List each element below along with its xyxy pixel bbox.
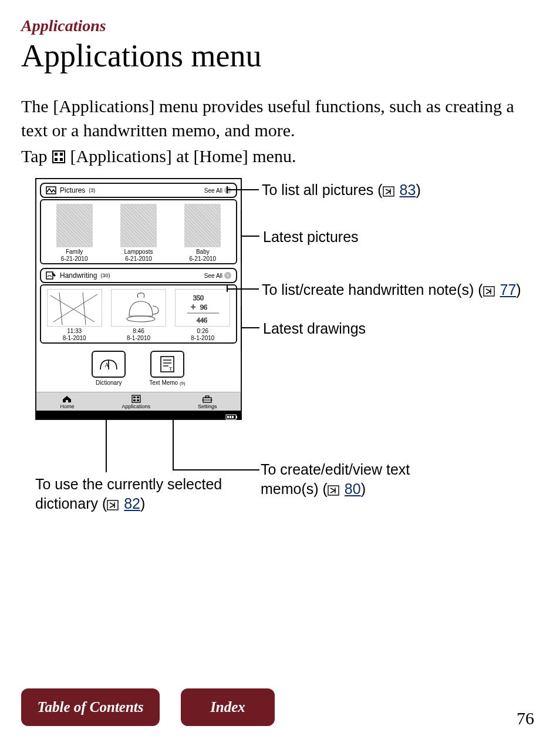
- leader-tick: [241, 306, 242, 351]
- handwriting-label: Handwriting: [60, 271, 97, 280]
- seeall-label: See All: [204, 187, 222, 194]
- svg-rect-35: [230, 416, 231, 418]
- leader-line: [227, 189, 259, 190]
- footer-settings[interactable]: Settings: [198, 395, 217, 409]
- footer-settings-label: Settings: [198, 404, 217, 409]
- footer-home[interactable]: Home: [60, 395, 74, 409]
- svg-rect-28: [137, 399, 139, 401]
- svg-rect-36: [232, 416, 234, 418]
- home-icon: [62, 395, 72, 403]
- settings-icon: [201, 395, 213, 403]
- device-footer: Home Applications Settings: [36, 392, 241, 411]
- page-title: Applications menu: [21, 38, 539, 74]
- leader-line: [227, 288, 259, 290]
- index-button[interactable]: Index: [181, 688, 275, 726]
- app-tiles-row: A Dictionary T Text Memo (9): [36, 347, 241, 392]
- tap-pre: Tap: [21, 146, 52, 166]
- page-link-77[interactable]: 77: [500, 281, 517, 298]
- svg-text:T: T: [169, 366, 173, 372]
- thumb-date: 8-1-2010: [108, 335, 169, 341]
- drawing-thumb-3[interactable]: 35096+446 0:26 8-1-2010: [172, 289, 233, 341]
- thumb-label: 0:26: [172, 328, 233, 335]
- thumb-label: 11:33: [44, 328, 105, 335]
- pictures-count: (3): [89, 187, 95, 193]
- svg-text:A: A: [104, 361, 109, 368]
- handwriting-icon: [46, 271, 56, 280]
- page-link-80[interactable]: 80: [345, 480, 361, 497]
- svg-rect-25: [133, 396, 136, 398]
- svg-line-9: [59, 293, 62, 325]
- callout-latest-pictures: Latest pictures: [263, 227, 359, 247]
- drawing-thumb-1[interactable]: 11:33 8-1-2010: [44, 289, 105, 341]
- svg-rect-4: [60, 158, 63, 161]
- leader-tick: [166, 415, 181, 416]
- page-number: 76: [517, 708, 534, 728]
- chevron-right-icon: ›: [224, 187, 231, 194]
- footer-home-label: Home: [60, 404, 74, 409]
- callout-latest-drawings: Latest drawings: [263, 319, 366, 338]
- callout-handwriting-all: To list/create handwritten note(s) ( 77): [262, 280, 521, 301]
- page-ref-icon: [107, 496, 119, 515]
- footer-applications[interactable]: Applications: [122, 395, 150, 409]
- leader-tick: [99, 415, 114, 416]
- dictionary-tile[interactable]: A Dictionary: [92, 351, 126, 386]
- textmemo-tile[interactable]: T Text Memo (9): [149, 351, 185, 386]
- picture-thumb-family[interactable]: Family 6-21-2010: [44, 204, 105, 262]
- picture-thumb-lampposts[interactable]: Lampposts 6-21-2010: [108, 204, 169, 262]
- handwriting-thumbs[interactable]: 11:33 8-1-2010 8:46 8-1-2010 35096+446 0…: [40, 284, 237, 344]
- diagram: Pictures (3) See All › Family 6-21-2010 …: [21, 178, 539, 519]
- page-link-83[interactable]: 83: [400, 182, 416, 198]
- svg-rect-27: [133, 399, 136, 401]
- leader-tick: [227, 186, 228, 193]
- pictures-thumbs[interactable]: Family 6-21-2010 Lampposts 6-21-2010 Bab…: [40, 199, 237, 264]
- thumb-date: 6-21-2010: [44, 256, 105, 262]
- leader-tick: [241, 210, 242, 263]
- pictures-icon: [46, 186, 56, 194]
- textmemo-icon: T: [150, 351, 184, 378]
- leader-line: [241, 327, 259, 328]
- svg-rect-43: [328, 486, 339, 495]
- svg-rect-34: [227, 416, 229, 418]
- svg-line-10: [83, 293, 86, 325]
- dictionary-icon: A: [92, 351, 126, 378]
- chevron-right-icon: ›: [224, 272, 231, 279]
- svg-rect-30: [205, 396, 209, 398]
- svg-rect-37: [383, 187, 394, 196]
- page-link-82[interactable]: 82: [124, 495, 140, 512]
- footer-applications-label: Applications: [122, 404, 150, 409]
- thumb-date: 6-21-2010: [172, 256, 233, 262]
- device-statusbar: [36, 411, 241, 419]
- handwriting-header[interactable]: Handwriting (30) See All ›: [40, 268, 237, 283]
- leader-tick: [227, 285, 228, 292]
- leader-line: [173, 415, 174, 470]
- picture-thumb-baby[interactable]: Baby 6-21-2010: [172, 204, 233, 262]
- handwriting-count: (30): [100, 273, 110, 278]
- seeall-label: See All: [204, 273, 222, 279]
- svg-text:446: 446: [197, 316, 207, 324]
- toc-button[interactable]: Table of Contents: [21, 688, 160, 726]
- applications-icon: [52, 146, 66, 170]
- page-ref-icon: [328, 481, 339, 500]
- svg-rect-33: [236, 416, 237, 418]
- thumb-label: Lampposts: [108, 248, 169, 256]
- handwriting-seeall[interactable]: See All ›: [204, 272, 231, 279]
- leader-line: [241, 236, 259, 237]
- leader-line: [106, 415, 107, 472]
- thumb-date: 8-1-2010: [172, 335, 233, 341]
- page-ref-icon: [383, 182, 394, 201]
- svg-text:96: 96: [200, 303, 207, 311]
- svg-text:+: +: [191, 302, 195, 311]
- tap-instruction: Tap [Applications] at [Home] menu.: [21, 144, 539, 170]
- svg-rect-39: [484, 287, 494, 296]
- callout-dictionary: To use the currently selected dictionary…: [35, 475, 235, 515]
- battery-icon: [225, 412, 238, 422]
- drawing-thumb-2[interactable]: 8:46 8-1-2010: [108, 289, 169, 341]
- pictures-header[interactable]: Pictures (3) See All ›: [40, 183, 237, 198]
- svg-rect-26: [137, 396, 139, 398]
- thumb-date: 8-1-2010: [44, 335, 105, 341]
- footer-buttons: Table of Contents Index: [21, 688, 275, 726]
- intro-paragraph: The [Applications] menu provides useful …: [21, 94, 539, 143]
- svg-point-11: [127, 316, 155, 322]
- section-header: Applications: [21, 16, 539, 35]
- svg-rect-3: [55, 158, 58, 161]
